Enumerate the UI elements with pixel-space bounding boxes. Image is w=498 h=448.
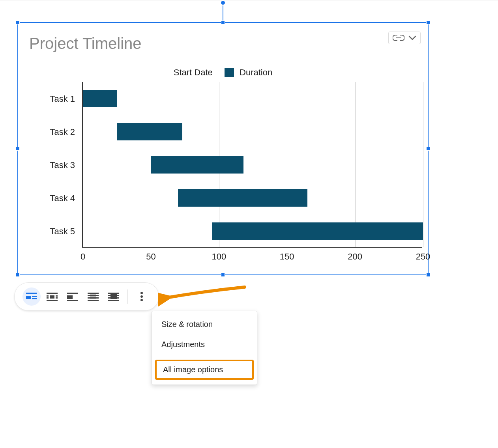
top-divider (0, 0, 498, 0)
svg-rect-5 (50, 295, 54, 299)
svg-rect-6 (47, 295, 49, 297)
wrap-inline-icon (26, 292, 37, 301)
rotation-handle[interactable] (220, 0, 226, 6)
svg-point-25 (140, 295, 143, 298)
chart-x-tick: 50 (146, 252, 155, 262)
chart-link-dropdown[interactable] (388, 32, 421, 44)
menu-separator (152, 357, 257, 357)
svg-rect-1 (26, 296, 31, 299)
image-toolbar (14, 282, 159, 311)
menu-item-size-rotation[interactable]: Size & rotation (152, 314, 257, 334)
chart-object[interactable]: Project Timeline Start Date Duration 050… (17, 22, 429, 275)
chart-x-tick: 250 (416, 252, 431, 262)
chart-gridline (423, 82, 423, 247)
chart-bar (83, 90, 117, 107)
chart-bar (212, 222, 423, 240)
legend-label-start: Start Date (174, 67, 213, 77)
chart-y-tick: Task 2 (28, 127, 75, 137)
toolbar-separator (127, 289, 128, 304)
more-vertical-icon (140, 291, 143, 302)
svg-rect-0 (26, 293, 37, 294)
resize-handle-bottom-mid[interactable] (221, 273, 225, 277)
svg-rect-4 (47, 293, 58, 294)
svg-rect-17 (88, 297, 99, 299)
wrap-behind-icon (88, 292, 99, 301)
svg-point-26 (140, 299, 143, 301)
chart-y-tick: Task 1 (28, 94, 75, 104)
menu-item-adjustments[interactable]: Adjustments (152, 334, 257, 355)
resize-handle-mid-right[interactable] (426, 147, 430, 151)
svg-rect-7 (56, 295, 58, 297)
svg-point-24 (140, 292, 143, 294)
wrap-front-button[interactable] (105, 287, 123, 306)
resize-handle-top-right[interactable] (426, 21, 430, 24)
chart-x-tick: 100 (212, 252, 226, 262)
legend-swatch-duration (225, 68, 234, 77)
svg-rect-15 (88, 293, 99, 294)
wrap-break-button[interactable] (64, 287, 82, 306)
resize-handle-bottom-right[interactable] (426, 273, 430, 277)
annotation-arrow (158, 284, 253, 308)
svg-rect-8 (47, 297, 49, 299)
svg-rect-19 (108, 293, 119, 294)
svg-rect-23 (110, 294, 117, 299)
chart-legend: Start Date Duration (18, 67, 428, 78)
resize-handle-top-left[interactable] (16, 21, 20, 24)
wrap-square-button[interactable] (43, 287, 61, 306)
chart-bar (117, 123, 182, 140)
resize-handle-top-mid[interactable] (221, 21, 225, 24)
resize-handle-bottom-left[interactable] (16, 273, 20, 277)
svg-rect-2 (32, 296, 37, 297)
chart-bar (151, 156, 243, 174)
rotation-stem (223, 4, 223, 21)
svg-rect-16 (88, 295, 99, 296)
svg-rect-12 (67, 295, 73, 299)
chart-x-tick: 150 (280, 252, 294, 262)
menu-item-all-image-options[interactable]: All image options (155, 360, 254, 380)
chart-y-tick: Task 4 (28, 193, 75, 203)
chart-plot-area: 050100150200250Task 1Task 2Task 3Task 4T… (82, 82, 422, 248)
wrap-inline-button[interactable] (22, 287, 41, 306)
chart-y-tick: Task 5 (28, 226, 75, 237)
chart-bar (178, 189, 307, 207)
more-options-menu: Size & rotation Adjustments All image op… (152, 311, 257, 385)
link-icon (393, 34, 404, 41)
chart-x-tick: 200 (348, 252, 362, 262)
wrap-front-icon (108, 292, 119, 301)
resize-handle-mid-left[interactable] (16, 147, 20, 151)
svg-rect-13 (67, 300, 78, 301)
wrap-break-icon (67, 292, 78, 301)
wrap-behind-button[interactable] (84, 287, 102, 306)
svg-rect-11 (67, 293, 78, 294)
legend-label-duration: Duration (240, 67, 272, 77)
chart-x-tick: 0 (81, 252, 85, 262)
chart-title: Project Timeline (29, 35, 142, 52)
svg-rect-22 (108, 300, 119, 301)
more-options-button[interactable] (133, 287, 151, 306)
svg-rect-18 (88, 300, 99, 301)
wrap-square-icon (47, 292, 58, 301)
svg-rect-3 (32, 298, 37, 299)
svg-rect-10 (47, 300, 58, 301)
svg-rect-9 (56, 297, 58, 299)
chart-y-tick: Task 3 (28, 160, 75, 170)
chevron-down-icon (408, 35, 416, 41)
